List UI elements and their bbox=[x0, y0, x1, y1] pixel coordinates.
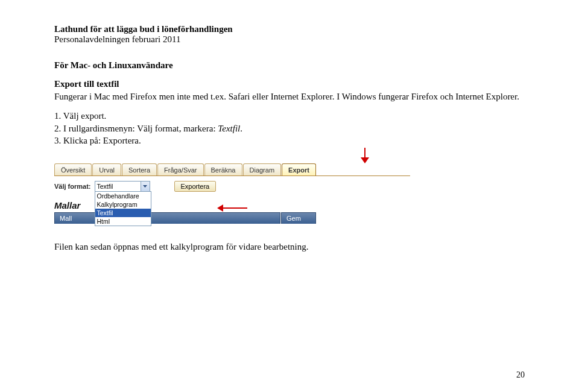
footer-note: Filen kan sedan öppnas med ett kalkylpro… bbox=[54, 242, 525, 252]
format-option-ordbehandlare[interactable]: Ordbehandlare bbox=[95, 192, 151, 200]
doc-header-title: Lathund för att lägga bud i löneförhandl… bbox=[54, 24, 525, 34]
format-row: Välj format: Textfil Ordbehandlare Kalky… bbox=[54, 181, 410, 192]
section-paragraph: Fungerar i Mac med Firefox men inte med … bbox=[54, 90, 525, 103]
section-heading: För Mac- och Linuxanvändare bbox=[54, 60, 525, 71]
step-2: 2. I rullgardinsmenyn: Välj format, mark… bbox=[54, 122, 525, 134]
page-number: 20 bbox=[516, 370, 525, 380]
format-option-html[interactable]: Html bbox=[95, 217, 151, 226]
subtab-gem[interactable]: Gem bbox=[281, 212, 316, 224]
screenshot: Översikt Urval Sortera Fråga/Svar Beräkn… bbox=[54, 160, 410, 224]
format-label: Välj format: bbox=[54, 183, 91, 190]
tab-bar: Översikt Urval Sortera Fråga/Svar Beräkn… bbox=[54, 160, 410, 176]
tab-berakna[interactable]: Beräkna bbox=[204, 163, 242, 175]
step-2-emph: Textfil bbox=[218, 124, 240, 133]
red-arrow-left-icon bbox=[217, 204, 247, 212]
section-subtitle: Export till textfil bbox=[54, 79, 525, 89]
exportera-button[interactable]: Exportera bbox=[174, 181, 217, 192]
format-option-kalkylprogram[interactable]: Kalkylprogram bbox=[95, 200, 151, 209]
step-3: 3. Klicka på: Exportera. bbox=[54, 134, 525, 147]
tab-oversikt[interactable]: Översikt bbox=[54, 163, 92, 175]
tab-diagram[interactable]: Diagram bbox=[243, 163, 282, 175]
tab-sortera[interactable]: Sortera bbox=[122, 163, 157, 175]
step-2-prefix: 2. I rullgardinsmenyn: Välj format, mark… bbox=[54, 124, 218, 133]
step-2-suffix: . bbox=[240, 124, 242, 133]
format-select-box[interactable]: Textfil bbox=[95, 181, 150, 192]
format-option-textfil[interactable]: Textfil bbox=[95, 209, 151, 217]
format-dropdown-list: Ordbehandlare Kalkylprogram Textfil Html bbox=[95, 191, 151, 226]
tab-fraga-svar[interactable]: Fråga/Svar bbox=[157, 163, 203, 175]
doc-header-subtitle: Personalavdelningen februari 2011 bbox=[54, 34, 525, 45]
instruction-steps: 1. Välj export. 2. I rullgardinsmenyn: V… bbox=[54, 110, 525, 147]
format-selected-value: Textfil bbox=[97, 183, 113, 190]
step-1: 1. Välj export. bbox=[54, 110, 525, 122]
chevron-down-icon[interactable] bbox=[141, 182, 150, 191]
tab-urval[interactable]: Urval bbox=[92, 163, 121, 175]
tab-export[interactable]: Export bbox=[282, 163, 316, 175]
format-select[interactable]: Textfil Ordbehandlare Kalkylprogram Text… bbox=[95, 181, 150, 192]
